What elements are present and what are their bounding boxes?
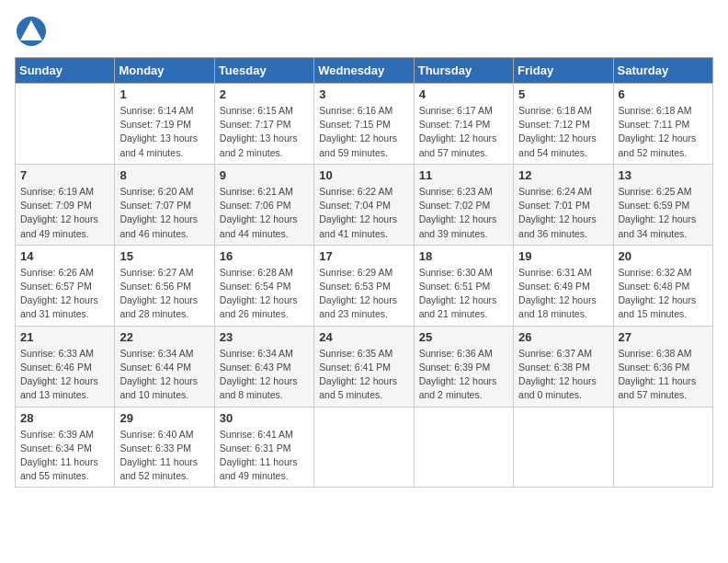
day-number: 2 <box>220 87 309 101</box>
calendar-cell: 8Sunrise: 6:20 AMSunset: 7:07 PMDaylight… <box>115 164 214 245</box>
calendar-cell: 3Sunrise: 6:16 AMSunset: 7:15 PMDaylight… <box>314 84 414 165</box>
day-number: 13 <box>619 168 708 182</box>
day-number: 14 <box>20 249 109 263</box>
calendar-cell: 26Sunrise: 6:37 AMSunset: 6:38 PMDayligh… <box>514 326 613 407</box>
col-header-wednesday: Wednesday <box>314 58 414 84</box>
day-info: Sunrise: 6:33 AMSunset: 6:46 PMDaylight:… <box>20 347 109 403</box>
calendar-cell: 25Sunrise: 6:36 AMSunset: 6:39 PMDayligh… <box>414 326 513 407</box>
day-info: Sunrise: 6:19 AMSunset: 7:09 PMDaylight:… <box>20 185 109 241</box>
day-info: Sunrise: 6:36 AMSunset: 6:39 PMDaylight:… <box>419 347 508 403</box>
col-header-tuesday: Tuesday <box>214 58 313 84</box>
day-number: 30 <box>220 411 309 425</box>
day-number: 20 <box>619 249 708 263</box>
calendar-cell: 19Sunrise: 6:31 AMSunset: 6:49 PMDayligh… <box>514 245 613 326</box>
col-header-friday: Friday <box>514 58 613 84</box>
day-info: Sunrise: 6:27 AMSunset: 6:56 PMDaylight:… <box>119 266 209 322</box>
day-info: Sunrise: 6:24 AMSunset: 7:01 PMDaylight:… <box>518 185 608 241</box>
day-number: 4 <box>419 87 508 101</box>
calendar-cell: 14Sunrise: 6:26 AMSunset: 6:57 PMDayligh… <box>16 245 115 326</box>
calendar-week-row: 14Sunrise: 6:26 AMSunset: 6:57 PMDayligh… <box>16 245 713 326</box>
day-number: 15 <box>119 249 209 263</box>
calendar-cell: 5Sunrise: 6:18 AMSunset: 7:12 PMDaylight… <box>514 84 613 165</box>
calendar-week-row: 28Sunrise: 6:39 AMSunset: 6:34 PMDayligh… <box>16 407 713 488</box>
day-number: 6 <box>619 87 708 101</box>
day-number: 1 <box>119 87 209 101</box>
day-number: 3 <box>319 87 408 101</box>
day-number: 16 <box>220 249 309 263</box>
day-info: Sunrise: 6:32 AMSunset: 6:48 PMDaylight:… <box>619 266 708 322</box>
calendar-cell: 18Sunrise: 6:30 AMSunset: 6:51 PMDayligh… <box>414 245 513 326</box>
day-info: Sunrise: 6:14 AMSunset: 7:19 PMDaylight:… <box>119 104 209 160</box>
day-info: Sunrise: 6:38 AMSunset: 6:36 PMDaylight:… <box>619 347 708 403</box>
calendar-cell: 20Sunrise: 6:32 AMSunset: 6:48 PMDayligh… <box>613 245 712 326</box>
day-info: Sunrise: 6:20 AMSunset: 7:07 PMDaylight:… <box>119 185 209 241</box>
day-number: 22 <box>119 330 209 344</box>
day-info: Sunrise: 6:17 AMSunset: 7:14 PMDaylight:… <box>419 104 508 160</box>
day-number: 11 <box>419 168 508 182</box>
logo-icon <box>15 15 48 48</box>
day-info: Sunrise: 6:28 AMSunset: 6:54 PMDaylight:… <box>220 266 309 322</box>
calendar-cell: 10Sunrise: 6:22 AMSunset: 7:04 PMDayligh… <box>314 164 414 245</box>
calendar-cell: 7Sunrise: 6:19 AMSunset: 7:09 PMDaylight… <box>16 164 115 245</box>
day-number: 18 <box>419 249 508 263</box>
day-info: Sunrise: 6:41 AMSunset: 6:31 PMDaylight:… <box>220 428 309 484</box>
calendar-cell: 21Sunrise: 6:33 AMSunset: 6:46 PMDayligh… <box>16 326 115 407</box>
day-number: 29 <box>119 411 209 425</box>
day-number: 23 <box>220 330 309 344</box>
calendar-cell: 30Sunrise: 6:41 AMSunset: 6:31 PMDayligh… <box>214 407 313 488</box>
calendar-cell: 11Sunrise: 6:23 AMSunset: 7:02 PMDayligh… <box>414 164 513 245</box>
day-info: Sunrise: 6:34 AMSunset: 6:44 PMDaylight:… <box>119 347 209 403</box>
day-info: Sunrise: 6:31 AMSunset: 6:49 PMDaylight:… <box>518 266 608 322</box>
calendar-cell: 22Sunrise: 6:34 AMSunset: 6:44 PMDayligh… <box>115 326 214 407</box>
day-number: 12 <box>518 168 608 182</box>
calendar-cell <box>514 407 613 488</box>
calendar-cell: 29Sunrise: 6:40 AMSunset: 6:33 PMDayligh… <box>115 407 214 488</box>
day-number: 24 <box>319 330 408 344</box>
calendar-table: SundayMondayTuesdayWednesdayThursdayFrid… <box>15 57 713 488</box>
day-info: Sunrise: 6:39 AMSunset: 6:34 PMDaylight:… <box>20 428 109 484</box>
calendar-week-row: 1Sunrise: 6:14 AMSunset: 7:19 PMDaylight… <box>16 84 713 165</box>
day-info: Sunrise: 6:34 AMSunset: 6:43 PMDaylight:… <box>220 347 309 403</box>
day-number: 7 <box>20 168 109 182</box>
calendar-cell: 23Sunrise: 6:34 AMSunset: 6:43 PMDayligh… <box>214 326 313 407</box>
logo <box>15 15 51 48</box>
calendar-cell: 13Sunrise: 6:25 AMSunset: 6:59 PMDayligh… <box>613 164 712 245</box>
calendar-cell: 28Sunrise: 6:39 AMSunset: 6:34 PMDayligh… <box>16 407 115 488</box>
calendar-cell: 24Sunrise: 6:35 AMSunset: 6:41 PMDayligh… <box>314 326 414 407</box>
day-info: Sunrise: 6:30 AMSunset: 6:51 PMDaylight:… <box>419 266 508 322</box>
day-number: 19 <box>518 249 608 263</box>
day-info: Sunrise: 6:35 AMSunset: 6:41 PMDaylight:… <box>319 347 408 403</box>
day-number: 17 <box>319 249 408 263</box>
day-info: Sunrise: 6:23 AMSunset: 7:02 PMDaylight:… <box>419 185 508 241</box>
day-info: Sunrise: 6:15 AMSunset: 7:17 PMDaylight:… <box>220 104 309 160</box>
day-info: Sunrise: 6:18 AMSunset: 7:11 PMDaylight:… <box>619 104 708 160</box>
day-info: Sunrise: 6:18 AMSunset: 7:12 PMDaylight:… <box>518 104 608 160</box>
calendar-cell: 6Sunrise: 6:18 AMSunset: 7:11 PMDaylight… <box>613 84 712 165</box>
calendar-cell: 9Sunrise: 6:21 AMSunset: 7:06 PMDaylight… <box>214 164 313 245</box>
col-header-saturday: Saturday <box>613 58 712 84</box>
day-info: Sunrise: 6:22 AMSunset: 7:04 PMDaylight:… <box>319 185 408 241</box>
calendar-cell <box>613 407 712 488</box>
calendar-week-row: 21Sunrise: 6:33 AMSunset: 6:46 PMDayligh… <box>16 326 713 407</box>
day-info: Sunrise: 6:16 AMSunset: 7:15 PMDaylight:… <box>319 104 408 160</box>
day-info: Sunrise: 6:29 AMSunset: 6:53 PMDaylight:… <box>319 266 408 322</box>
day-number: 25 <box>419 330 508 344</box>
day-number: 9 <box>220 168 309 182</box>
calendar-cell: 4Sunrise: 6:17 AMSunset: 7:14 PMDaylight… <box>414 84 513 165</box>
col-header-monday: Monday <box>115 58 214 84</box>
day-info: Sunrise: 6:40 AMSunset: 6:33 PMDaylight:… <box>119 428 209 484</box>
calendar-cell: 16Sunrise: 6:28 AMSunset: 6:54 PMDayligh… <box>214 245 313 326</box>
col-header-sunday: Sunday <box>16 58 115 84</box>
col-header-thursday: Thursday <box>414 58 513 84</box>
day-number: 28 <box>20 411 109 425</box>
calendar-week-row: 7Sunrise: 6:19 AMSunset: 7:09 PMDaylight… <box>16 164 713 245</box>
day-info: Sunrise: 6:37 AMSunset: 6:38 PMDaylight:… <box>518 347 608 403</box>
page-header <box>15 15 713 48</box>
day-info: Sunrise: 6:25 AMSunset: 6:59 PMDaylight:… <box>619 185 708 241</box>
calendar-cell: 12Sunrise: 6:24 AMSunset: 7:01 PMDayligh… <box>514 164 613 245</box>
day-number: 21 <box>20 330 109 344</box>
day-info: Sunrise: 6:26 AMSunset: 6:57 PMDaylight:… <box>20 266 109 322</box>
day-number: 5 <box>518 87 608 101</box>
calendar-cell: 15Sunrise: 6:27 AMSunset: 6:56 PMDayligh… <box>115 245 214 326</box>
calendar-cell: 27Sunrise: 6:38 AMSunset: 6:36 PMDayligh… <box>613 326 712 407</box>
